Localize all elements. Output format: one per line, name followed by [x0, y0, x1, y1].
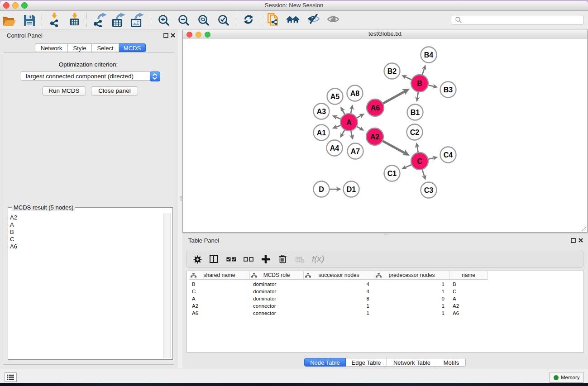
svg-text:B4: B4 — [424, 51, 434, 59]
svg-text:A7: A7 — [351, 148, 360, 155]
svg-text:B3: B3 — [444, 86, 453, 94]
svg-text:A6: A6 — [371, 104, 380, 112]
svg-text:A2: A2 — [370, 133, 380, 141]
svg-text:C: C — [417, 157, 422, 165]
svg-text:C1: C1 — [387, 170, 397, 177]
svg-text:A5: A5 — [330, 93, 340, 100]
svg-text:f(x): f(x) — [312, 254, 324, 263]
svg-text:C3: C3 — [424, 186, 434, 194]
svg-text:B: B — [417, 80, 422, 87]
svg-text:C2: C2 — [410, 129, 420, 136]
svg-text:A: A — [346, 119, 352, 126]
svg-text:B2: B2 — [387, 67, 397, 75]
svg-text:A4: A4 — [330, 144, 339, 152]
svg-text:D1: D1 — [347, 186, 356, 193]
svg-text:D: D — [319, 186, 324, 193]
svg-text:A3: A3 — [317, 108, 326, 115]
svg-text:A1: A1 — [317, 129, 326, 137]
svg-text:B1: B1 — [411, 109, 420, 116]
svg-text:A8: A8 — [350, 90, 360, 97]
svg-text:C4: C4 — [444, 151, 453, 159]
